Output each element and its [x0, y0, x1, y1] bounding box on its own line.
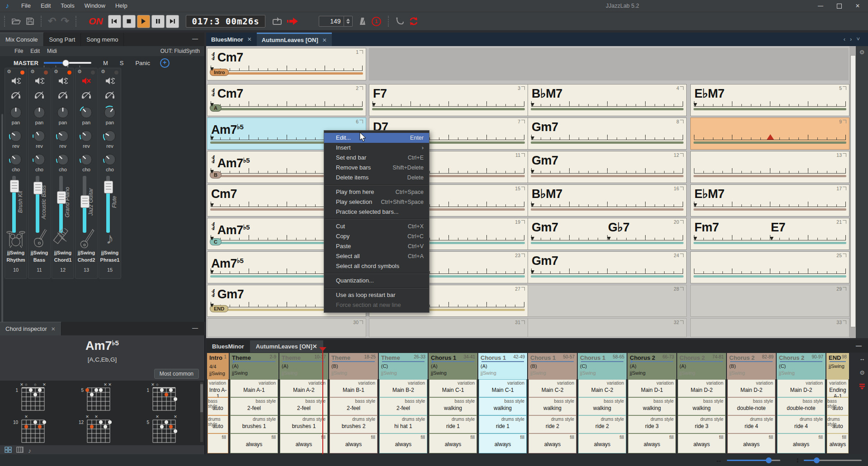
song-part-theme-2-9[interactable]: Theme 2-9 (A) jjSwing variation Main A-1…	[230, 353, 278, 453]
ss-cell-fill[interactable]: fill always	[727, 433, 775, 453]
menu-file[interactable]: File	[16, 2, 36, 9]
diagram-view-icon[interactable]	[5, 447, 12, 455]
ss-cell-variation[interactable]: variation Main C-1	[479, 379, 527, 397]
song-part-header[interactable]: Chorus 1 42-49 (A) jjSwing	[478, 353, 527, 379]
chorus-knob[interactable]	[52, 152, 74, 169]
channel-settings-gear-icon[interactable]: ⚙	[101, 69, 105, 75]
tab-scroll-left-icon[interactable]: ‹›˅	[844, 36, 864, 42]
song-part-header[interactable]: Chorus 2 90-97 (C) jjSwing	[777, 353, 826, 379]
play-button[interactable]	[137, 15, 150, 28]
compact-view-icon[interactable]	[859, 383, 866, 391]
chorus-knob[interactable]	[75, 152, 97, 169]
stop-button[interactable]	[123, 15, 136, 28]
ss-cell-drums-style[interactable]: drums style hi hat 1	[379, 415, 427, 433]
open-file-button[interactable]	[11, 17, 21, 25]
song-part-header[interactable]: Chorus 1 58-65 (C) jjSwing	[578, 353, 627, 379]
channel-settings-gear-icon[interactable]: ⚙	[7, 69, 11, 75]
master-mute-button[interactable]: M	[103, 60, 108, 66]
ss-cell-fill[interactable]: fill always	[628, 433, 676, 453]
chord-symbol[interactable]: Am7♭5	[211, 254, 243, 270]
chord-symbol[interactable]: F7	[373, 87, 387, 100]
reverb-knob[interactable]	[52, 129, 74, 145]
menu-item-paste[interactable]: PasteCtrl+V	[324, 241, 429, 251]
ss-cell-fill[interactable]: fill always	[230, 433, 278, 453]
add-channel-button[interactable]: +	[160, 58, 170, 68]
ss-cell-bass-style[interactable]: bass style walking	[528, 397, 576, 415]
mixer-minimize-button[interactable]: —	[192, 35, 198, 42]
song-part-header[interactable]: Theme 26-33 (C) jjSwing	[379, 353, 428, 379]
panic-button[interactable]: Panic	[135, 60, 150, 66]
ss-cell-drums-style[interactable]: drums style ride 1	[479, 415, 527, 433]
chord-symbol[interactable]: Gm7	[532, 120, 558, 134]
menu-item-quantization-[interactable]: Quantization...	[324, 276, 429, 286]
solo-headphones-icon[interactable]	[28, 91, 50, 101]
ss-cell-drums-style[interactable]: drums style auto	[208, 415, 228, 433]
ss-cell-drums-style[interactable]: drums style brushes 2	[330, 415, 377, 433]
vertical-zoom-slider[interactable]	[804, 460, 862, 461]
metronome-icon[interactable]	[359, 17, 367, 26]
song-part-chorus-1-34-41[interactable]: Chorus 1 34-41 (A) jjSwing variation Mai…	[429, 353, 477, 453]
chord-diagram[interactable]: 5✕✕	[66, 381, 131, 413]
loop-icon[interactable]	[272, 17, 282, 26]
leadsheet-bar-28[interactable]: 28	[528, 285, 687, 317]
song-part-theme-10-17[interactable]: Theme 10-17 (A) jjSwing variation Main A…	[279, 353, 328, 453]
ss-cell-variation[interactable]: variation Ending A-1	[827, 379, 849, 397]
leadsheet-bar-12[interactable]: 12Gm7	[528, 151, 687, 183]
ss-cell-variation[interactable]: variation Main C-2	[528, 379, 576, 397]
chord-symbol[interactable]: E♭M7	[694, 187, 724, 201]
ss-cell-drums-style[interactable]: drums style brushes 1	[230, 415, 278, 433]
reverb-knob[interactable]	[75, 129, 97, 145]
leadsheet-bar-24[interactable]: 24Gm7	[528, 251, 687, 283]
menu-window[interactable]: Window	[80, 2, 110, 9]
leadsheet-bar-30[interactable]: 30	[207, 318, 366, 337]
close-icon[interactable]: ✕	[51, 326, 56, 332]
chorus-knob[interactable]	[28, 152, 50, 169]
fit-width-icon[interactable]: ↔	[859, 355, 865, 362]
ss-cell-bass-style[interactable]: bass style 2-feel	[379, 397, 427, 415]
leadsheet-bar-5[interactable]: 5E♭M7	[690, 84, 849, 116]
ss-cell-fill[interactable]: fill always	[429, 433, 477, 453]
ss-cell-bass-style[interactable]: bass style walking	[628, 397, 676, 415]
menu-item-insert[interactable]: Insert›	[324, 143, 429, 153]
ss-cell-variation[interactable]: variation Main C-1	[429, 379, 477, 397]
ss-cell-fill[interactable]: fill always	[578, 433, 626, 453]
chord-symbol[interactable]: Cm7	[217, 87, 243, 100]
song-part-header[interactable]: Theme 2-9 (A) jjSwing	[230, 353, 278, 379]
menu-item-edit-[interactable]: Edit...Enter	[324, 133, 429, 143]
ss-cell-drums-style[interactable]: drums style ride 4	[727, 415, 775, 433]
ss-cell-bass-style[interactable]: bass style walking	[678, 397, 726, 415]
leadsheet-bar-21[interactable]: 21Fm7E7	[690, 218, 849, 250]
chord-symbol[interactable]: Am7♭5	[211, 120, 243, 137]
leadsheet-bar-16[interactable]: 16B♭M7	[528, 184, 687, 217]
tempo-input[interactable]: 149	[319, 16, 344, 27]
pan-knob[interactable]	[52, 105, 74, 122]
mute-on-icon[interactable]	[75, 77, 97, 86]
song-part-theme-26-33[interactable]: Theme 26-33 (C) jjSwing variation Main B…	[379, 353, 428, 453]
close-button[interactable]: ✕	[855, 3, 860, 9]
ss-cell-bass-style[interactable]: bass style 2-feel	[280, 397, 328, 415]
notation-view-icon[interactable]: ♪	[28, 447, 31, 454]
chord-symbol[interactable]: G♭7	[608, 221, 629, 234]
ss-cell-bass-style[interactable]: bass style double-note	[777, 397, 825, 415]
ss-tab-bluesminor[interactable]: BluesMinor	[206, 340, 250, 353]
ss-cell-variation[interactable]: variation Main A-1	[230, 379, 278, 397]
song-part-chorus-2-82-89[interactable]: Chorus 2 82-89 (B) jjSwing variation Mai…	[727, 353, 776, 453]
precount-icon[interactable]: 1	[372, 17, 381, 26]
minimize-button[interactable]: —	[818, 3, 823, 9]
on-indicator[interactable]: ON	[89, 16, 103, 27]
leadsheet-bar-31[interactable]: 31	[369, 318, 528, 337]
menu-edit[interactable]: Edit	[36, 2, 56, 9]
song-part-header[interactable]: Intro 1 4/4 jjSwing	[207, 353, 229, 379]
chord-diagram[interactable]: 12✕✕	[66, 413, 131, 445]
pan-knob[interactable]	[75, 105, 97, 122]
playback-point-icon[interactable]	[287, 17, 298, 26]
skip-back-button[interactable]	[108, 15, 121, 28]
leadsheet-bar-20[interactable]: 20Gm7G♭7	[528, 218, 687, 250]
menu-item-practice-selected-bars-[interactable]: Practice selected bars...	[324, 207, 429, 217]
chord-symbol[interactable]: Gm7	[532, 221, 558, 234]
ss-cell-bass-style[interactable]: bass style 2-feel	[330, 397, 377, 415]
mixer-menu-midi[interactable]: Midi	[47, 48, 57, 54]
ss-cell-fill[interactable]: fill always	[330, 433, 377, 453]
menu-item-select-all[interactable]: Select allCtrl+A	[324, 251, 429, 261]
chord-diagram[interactable]: 1✕○○✕	[0, 381, 66, 413]
